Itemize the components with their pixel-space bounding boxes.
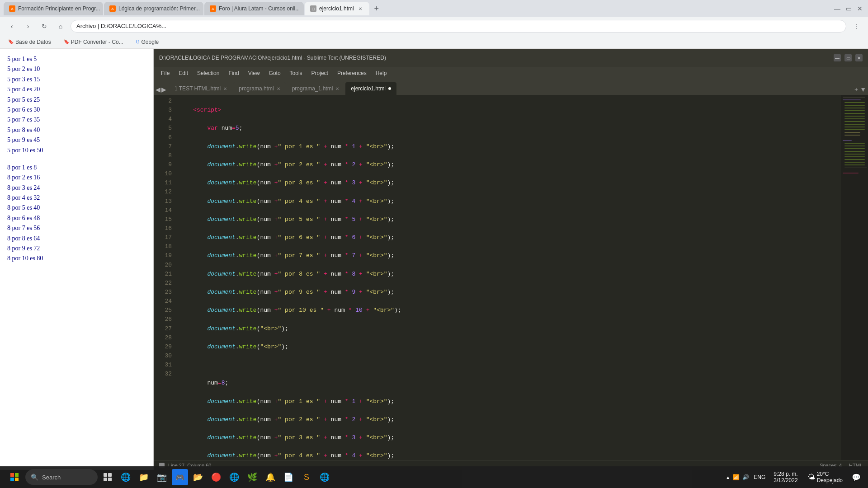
code-editor[interactable]: <script> var num=5; document.write(num +… <box>175 95 841 460</box>
output-line: 5 por 1 es 5 <box>7 54 146 64</box>
tab-4-close[interactable]: ✕ <box>357 5 364 12</box>
forward-button[interactable]: › <box>22 20 34 33</box>
editor-tab-4[interactable]: ejercicio1.html <box>345 82 396 95</box>
output-line: 5 por 7 es 35 <box>7 115 146 125</box>
output-group-1: 5 por 1 es 5 5 por 2 es 10 5 por 3 es 15… <box>7 54 146 155</box>
notification-btn[interactable]: 💬 <box>850 471 863 483</box>
code-line-8: document.write(num +" por 5 es " + num *… <box>179 215 841 224</box>
leaf-icon[interactable]: 🌿 <box>244 469 260 485</box>
menu-edit[interactable]: Edit <box>175 69 192 77</box>
red-icon[interactable]: 🔴 <box>208 469 224 485</box>
tab-4[interactable]: ◻ ejercicio1.html ✕ <box>305 2 369 15</box>
editor-body: 23456 7891011 1213141516 1718192021 2223… <box>154 95 868 460</box>
output-line: 5 por 8 es 40 <box>7 125 146 135</box>
browser-icon[interactable]: 🌐 <box>226 469 242 485</box>
menu-help[interactable]: Help <box>372 69 391 77</box>
menu-find[interactable]: Find <box>225 69 242 77</box>
sublime-minimize-btn[interactable]: — <box>834 54 841 61</box>
output-line: 8 por 8 es 64 <box>7 234 146 244</box>
new-tab-button[interactable]: + <box>370 2 383 15</box>
tab-1-close[interactable]: ✕ <box>103 5 103 12</box>
output-line: 5 por 3 es 15 <box>7 75 146 84</box>
file-explorer-icon[interactable]: 📁 <box>136 469 152 485</box>
clock[interactable]: 9:28 p. m. 3/12/2022 <box>771 470 800 484</box>
tab-3-close[interactable]: ✕ <box>302 5 304 12</box>
editor-tab-1-label: 1 TEST HTML.html <box>175 85 221 92</box>
code-line-14: document.write("<br>"); <box>179 324 841 333</box>
editor-tab-2-label: programa.html <box>239 85 274 92</box>
extensions-button[interactable]: ⋮ <box>850 20 863 33</box>
minimize-chrome-btn[interactable]: — <box>832 3 842 14</box>
home-button[interactable]: ⌂ <box>54 20 67 33</box>
weather-widget[interactable]: 🌤 20°C Despejado <box>804 470 846 484</box>
taskbar-search-box[interactable]: 🔍 Search <box>25 469 98 485</box>
notification-icon[interactable]: 🔔 <box>262 469 278 485</box>
output-line: 8 por 4 es 32 <box>7 193 146 203</box>
editor-tab-1[interactable]: 1 TEST HTML.html ✕ <box>169 82 232 95</box>
game-icon[interactable]: 🎮 <box>172 469 188 485</box>
tab-2[interactable]: A Lógica de programación: Primer... ✕ <box>104 2 203 15</box>
editor-tab-3-close[interactable]: ✕ <box>335 86 339 91</box>
tab-nav-left[interactable]: ◀ <box>156 86 160 93</box>
close-chrome-btn[interactable]: ✕ <box>855 3 864 14</box>
code-line-2: <script> <box>179 106 841 115</box>
chevron-up-icon[interactable]: ▲ <box>726 475 730 480</box>
tab-nav-right[interactable]: ▶ <box>161 86 166 93</box>
sublime-close-btn[interactable]: ✕ <box>855 54 863 61</box>
code-line-11: document.write(num +" por 8 es " + num *… <box>179 270 841 279</box>
svg-rect-15 <box>844 135 860 136</box>
tab-1[interactable]: A Formación Principiante en Progr... ✕ <box>4 2 103 15</box>
menu-view[interactable]: View <box>245 69 264 77</box>
language-indicator[interactable]: ENG <box>752 473 767 481</box>
network-icon[interactable]: 📶 <box>733 474 740 480</box>
tab-dropdown-btn[interactable]: ▼ <box>860 86 866 93</box>
bookmark-google-label: Google <box>142 39 159 45</box>
code-line-15: document.write("<br>"); <box>179 343 841 352</box>
add-tab-btn[interactable]: + <box>854 86 858 93</box>
bookmark-pdf[interactable]: 🔖 PDF Converter - Co... <box>61 38 126 46</box>
svg-rect-29 <box>15 473 19 477</box>
bookmark-databases[interactable]: 🔖 Base de Datos <box>5 38 54 46</box>
menu-preferences[interactable]: Preferences <box>334 69 370 77</box>
camera-icon[interactable]: 📷 <box>154 469 170 485</box>
menu-project[interactable]: Project <box>308 69 332 77</box>
output-line: 5 por 2 es 10 <box>7 64 146 74</box>
restore-chrome-btn[interactable]: ▭ <box>844 3 854 14</box>
code-line-4: document.write(num +" por 1 es " + num *… <box>179 142 841 151</box>
tab-3[interactable]: A Foro | Alura Latam - Cursos onli... ✕ <box>204 2 304 15</box>
pdf-icon[interactable]: 📄 <box>280 469 297 485</box>
bookmark-pdf-label: PDF Converter - Co... <box>71 39 123 45</box>
editor-tab-2-close[interactable]: ✕ <box>277 86 280 91</box>
refresh-button[interactable]: ↻ <box>38 20 51 33</box>
files-icon[interactable]: 📂 <box>190 469 206 485</box>
tab-3-favicon: A <box>210 5 216 12</box>
bookmark-google[interactable]: G Google <box>133 38 161 46</box>
editor-tab-2[interactable]: programa.html ✕ <box>233 82 285 95</box>
time-display: 9:28 p. m. <box>774 471 797 477</box>
start-button[interactable] <box>5 468 24 486</box>
task-view-button[interactable] <box>99 469 116 485</box>
sublime-maximize-btn[interactable]: ▭ <box>844 54 852 61</box>
tab-1-label: Formación Principiante en Progr... <box>18 5 100 12</box>
editor-tabs-right: + ▼ <box>854 86 866 95</box>
tab-2-close[interactable]: ✕ <box>203 5 203 12</box>
svg-rect-34 <box>104 478 107 481</box>
menu-goto[interactable]: Goto <box>265 69 284 77</box>
editor-tab-1-close[interactable]: ✕ <box>223 86 227 91</box>
chrome-icon-2[interactable]: 🌐 <box>316 469 333 485</box>
weather-icon: 🌤 <box>808 473 815 481</box>
chrome-taskbar-icon[interactable]: 🌐 <box>118 469 134 485</box>
back-button[interactable]: ‹ <box>5 20 18 33</box>
menu-tools[interactable]: Tools <box>286 69 306 77</box>
taskbar: 🔍 Search 🌐 📁 📷 🎮 📂 🔴 🌐 🌿 🔔 📄 S 🌐 ▲ 📶 🔊 E… <box>0 466 868 488</box>
svg-rect-7 <box>844 113 865 114</box>
address-bar[interactable]: Archivo | D:/ORACLE/LOGICA%... <box>71 20 846 33</box>
editor-tab-3[interactable]: programa_1.html ✕ <box>287 82 345 95</box>
svg-rect-1 <box>843 97 865 98</box>
menu-selection[interactable]: Selection <box>193 69 223 77</box>
volume-icon[interactable]: 🔊 <box>742 474 749 480</box>
svg-rect-25 <box>844 164 865 165</box>
menu-file[interactable]: File <box>157 69 173 77</box>
sublime-icon[interactable]: S <box>298 469 315 485</box>
svg-rect-13 <box>844 129 865 130</box>
